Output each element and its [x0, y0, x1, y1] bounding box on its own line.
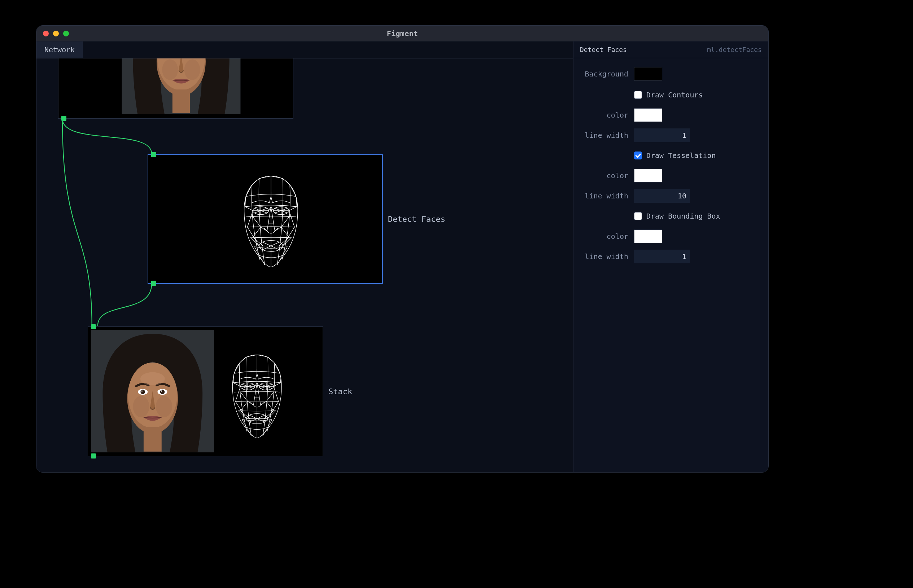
prop-label: Background [580, 69, 634, 78]
inspector-title: Detect Faces [580, 46, 627, 53]
prop-label: color [580, 171, 634, 180]
node-preview-stack [88, 327, 323, 456]
checkbox-draw-bbox[interactable] [634, 212, 642, 220]
color-swatch[interactable] [634, 67, 662, 81]
prop-label: line width [580, 252, 634, 261]
titlebar[interactable]: Figment [36, 26, 768, 42]
node-port-out[interactable] [61, 116, 66, 121]
prop-label: line width [580, 192, 634, 200]
checkbox-draw-contours[interactable] [634, 91, 642, 99]
node-label: Detect Faces [388, 215, 445, 224]
inspector-panel: Detect Faces ml.detectFaces Background D… [574, 42, 768, 472]
tab-label: Network [44, 45, 75, 54]
number-input[interactable]: 1 [634, 250, 690, 263]
prop-label: color [580, 111, 634, 120]
prop-tesselation-color: color [580, 166, 762, 186]
prop-label: line width [580, 131, 634, 140]
app-window: Figment Network [36, 25, 769, 473]
checkbox-label: Draw Bounding Box [646, 212, 720, 220]
node-detect-faces[interactable]: Detect Faces [148, 154, 383, 284]
prop-tesselation-line-width: line width 10 [580, 186, 762, 206]
prop-background: Background [580, 63, 762, 85]
checkbox-label: Draw Tesselation [646, 151, 716, 160]
prop-contours-line-width: line width 1 [580, 125, 762, 145]
inspector-type-path: ml.detectFaces [707, 46, 762, 53]
prop-draw-tesselation: Draw Tesselation [580, 145, 762, 166]
prop-draw-contours: Draw Contours [580, 85, 762, 105]
tab-network[interactable]: Network [36, 42, 83, 58]
prop-bbox-color: color [580, 226, 762, 246]
number-input[interactable]: 10 [634, 189, 690, 203]
node-preview-image [58, 58, 293, 118]
inspector-header: Detect Faces ml.detectFaces [574, 42, 768, 58]
network-canvas[interactable]: Network [36, 42, 574, 472]
node-preview-mesh [148, 155, 382, 283]
color-swatch[interactable] [634, 229, 662, 243]
window-title: Figment [36, 29, 768, 38]
node-port-out[interactable] [91, 454, 96, 459]
prop-label: color [580, 232, 634, 241]
color-swatch[interactable] [634, 108, 662, 122]
checkbox-label: Draw Contours [646, 90, 703, 99]
node-stack[interactable]: Stack [88, 326, 323, 456]
node-port-in[interactable] [91, 324, 96, 330]
node-port-out[interactable] [151, 281, 156, 286]
prop-draw-bbox: Draw Bounding Box [580, 206, 762, 226]
checkbox-draw-tesselation[interactable] [634, 152, 642, 160]
number-input[interactable]: 1 [634, 128, 690, 142]
node-label: Stack [328, 387, 352, 396]
node-image-input[interactable] [58, 58, 293, 119]
color-swatch[interactable] [634, 169, 662, 183]
prop-contours-color: color [580, 105, 762, 125]
prop-bbox-line-width: line width 1 [580, 246, 762, 267]
node-port-in[interactable] [151, 152, 156, 157]
